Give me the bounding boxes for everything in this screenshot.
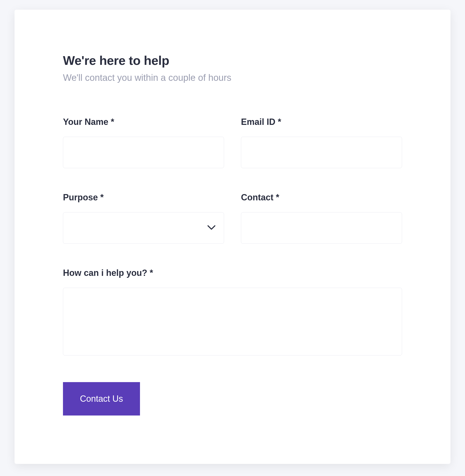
message-label: How can i help you? * xyxy=(63,268,402,278)
purpose-field-group: Purpose * xyxy=(63,192,224,244)
message-field-group: How can i help you? * xyxy=(63,268,402,355)
contact-label: Contact * xyxy=(241,192,402,203)
contact-us-button[interactable]: Contact Us xyxy=(63,382,140,415)
contact-form-card: We're here to help We'll contact you wit… xyxy=(15,10,450,464)
name-input[interactable] xyxy=(63,137,224,168)
name-field-group: Your Name * xyxy=(63,117,224,168)
message-textarea[interactable] xyxy=(63,288,402,355)
page-title: We're here to help xyxy=(63,53,402,68)
name-label: Your Name * xyxy=(63,117,224,127)
contact-field-group: Contact * xyxy=(241,192,402,244)
page-subtitle: We'll contact you within a couple of hou… xyxy=(63,73,402,83)
purpose-label: Purpose * xyxy=(63,192,224,203)
email-label: Email ID * xyxy=(241,117,402,127)
form-row-1: Your Name * Email ID * xyxy=(63,117,402,168)
form-row-2: Purpose * Contact * xyxy=(63,192,402,244)
purpose-select[interactable] xyxy=(63,212,224,244)
form-row-3: How can i help you? * xyxy=(63,268,402,355)
contact-input[interactable] xyxy=(241,212,402,244)
email-input[interactable] xyxy=(241,137,402,168)
email-field-group: Email ID * xyxy=(241,117,402,168)
purpose-select-wrapper xyxy=(63,212,224,244)
